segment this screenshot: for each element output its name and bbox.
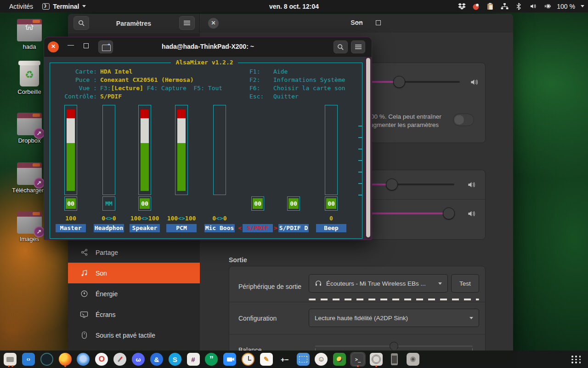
system-volume-handle[interactable] — [393, 76, 405, 88]
taskbar-app-web[interactable] — [112, 352, 128, 367]
taskbar-app-clock[interactable] — [240, 352, 256, 367]
mixer-control-s-pdif-d[interactable]: S/PDIF D — [278, 224, 309, 232]
scroll-tick — [358, 183, 362, 184]
maximize-button[interactable] — [84, 43, 89, 48]
mixer-control-beep[interactable]: Beep — [316, 224, 346, 232]
drop-indicator — [309, 299, 479, 300]
mixer-value: 100<>100 — [126, 215, 163, 222]
configuration-value: Lecture haute fidélité (A2DP Sink) — [315, 315, 408, 322]
taskbar-app-ampersand[interactable]: & — [149, 352, 164, 367]
mixer-bar-speaker[interactable] — [138, 105, 151, 195]
mixer-bar-headphon[interactable] — [102, 105, 115, 195]
mute-box-value: MM — [104, 198, 114, 209]
system-tray[interactable]: 100 % — [458, 0, 584, 12]
mixer-control-master[interactable]: Master — [56, 224, 86, 232]
mixer-control-pcm[interactable]: PCM — [166, 224, 197, 232]
sidebar-item-souris-et-pav-tactile[interactable]: Souris et pavé tactile — [68, 325, 200, 345]
mixer-mute-box: MM — [102, 196, 115, 211]
close-button[interactable]: ✕ — [48, 41, 59, 52]
terminal-body[interactable]: AlsaMixer v1.2.2 Carte:HDA IntelPuce :Co… — [44, 57, 372, 239]
terminal-menu-button[interactable] — [351, 40, 365, 53]
scrollbar-thumb[interactable] — [366, 58, 370, 237]
sidebar-item--crans[interactable]: Écrans — [68, 304, 200, 325]
display-icon — [80, 310, 88, 319]
search-icon — [337, 44, 344, 51]
app-volume-handle-2[interactable] — [443, 207, 455, 219]
app-menu[interactable]: Terminal — [42, 3, 86, 10]
speaker-app-icon — [407, 353, 419, 366]
alsamixer-fkey-desc: Aide — [273, 68, 288, 75]
bar-red-segment — [177, 109, 186, 118]
output-card: Périphérique de sortie Écouteurs - Mi Tr… — [229, 266, 486, 351]
taskbar-app-terminal[interactable]: >_ — [350, 352, 366, 367]
scroll-tick — [358, 137, 362, 138]
taskbar-app-vscode[interactable]: ‹› — [21, 352, 36, 367]
alsamixer-info-label: Vue : — [51, 85, 97, 92]
alsamixer-fkey: F1: — [249, 68, 269, 75]
configuration-label: Configuration — [238, 315, 277, 322]
calculator-icon: +− — [278, 353, 291, 366]
taskbar-app-phone[interactable] — [387, 352, 402, 367]
mixer-mute-box: 00 — [138, 196, 151, 211]
overamp-text-line2: ugmenter les paramètres — [370, 121, 439, 129]
battery-percent: 100 % — [557, 3, 575, 10]
alsamixer-fkey-desc: Choisir la carte son — [273, 85, 345, 92]
minimize-button[interactable]: — — [66, 41, 75, 48]
hangouts-icon: ” — [205, 353, 218, 366]
taskbar-app-hangouts[interactable]: ” — [204, 352, 219, 367]
app-grid-icon[interactable] — [571, 356, 582, 363]
mixer-control-headphon[interactable]: Headphon — [94, 224, 124, 232]
mixer-control-s-pdif[interactable]: S/PDIF — [243, 224, 273, 232]
sidebar-item-partage[interactable]: Partage — [68, 242, 200, 263]
taskbar-app-audio[interactable] — [368, 352, 384, 367]
terminal-icon — [42, 3, 50, 10]
settings-menu-button[interactable] — [179, 16, 195, 30]
terminal-search-button[interactable] — [334, 40, 348, 53]
settings-search-button[interactable] — [74, 16, 89, 30]
taskbar-app-speakerbox[interactable] — [405, 352, 421, 367]
new-tab-button[interactable] — [98, 40, 113, 53]
taskbar-app-zoom[interactable] — [222, 352, 237, 367]
mouse-icon — [80, 331, 88, 339]
slack-icon: # — [187, 353, 200, 366]
taskbar-app-screenshot[interactable] — [295, 352, 311, 367]
activities-button[interactable]: Activités — [6, 2, 36, 11]
bluetooth-icon — [514, 2, 523, 11]
sidebar-item--nergie[interactable]: Énergie — [68, 283, 200, 304]
taskbar-app-chromium[interactable] — [75, 352, 91, 367]
taskbar-app-opera[interactable]: O — [94, 352, 109, 367]
taskbar-app-game[interactable] — [332, 352, 347, 367]
test-button[interactable]: Test — [451, 274, 479, 293]
taskbar-app-slack[interactable]: # — [186, 352, 201, 367]
mixer-bar-beep[interactable] — [325, 105, 338, 195]
mixer-control-speaker[interactable]: Speaker — [130, 224, 160, 232]
terminal-scrollbar[interactable] — [365, 57, 372, 239]
sidebar-item-son[interactable]: Son — [68, 263, 200, 283]
app-volume-handle-1[interactable] — [386, 178, 398, 190]
mixer-bar-master[interactable] — [64, 105, 77, 195]
output-device-dropdown[interactable]: Écouteurs - Mi True Wireless EBs ... — [309, 274, 448, 293]
mixer-mute-box: 00 — [251, 196, 264, 211]
overamp-toggle[interactable] — [453, 114, 474, 126]
taskbar-app-files[interactable] — [2, 352, 18, 367]
taskbar-app-firefox[interactable] — [57, 352, 73, 367]
mixer-control-mic-boos[interactable]: Mic Boos — [204, 224, 235, 232]
mixer-bar-pcm[interactable] — [175, 105, 188, 195]
audio-app-icon — [370, 353, 383, 366]
taskbar-app-discord[interactable]: ω — [130, 352, 146, 367]
game-icon — [333, 353, 346, 366]
sidebar-item-label: Partage — [96, 249, 118, 256]
taskbar-app-mumble[interactable] — [39, 352, 55, 367]
taskbar-app-calculator[interactable]: +− — [277, 352, 293, 367]
taskbar: ‹›Oω&S#”✎+−☺>_ — [0, 351, 588, 368]
chevron-down-icon — [82, 5, 86, 7]
alsamixer-fkey: F6: — [249, 85, 269, 92]
taskbar-app-skype[interactable]: S — [167, 352, 183, 367]
balance-handle[interactable] — [390, 342, 398, 351]
taskbar-app-smiley[interactable]: ☺ — [313, 352, 329, 367]
mute-box-value: 00 — [140, 198, 150, 209]
alsamixer-info-label: Puce : — [51, 76, 97, 83]
taskbar-app-notes[interactable]: ✎ — [259, 352, 274, 367]
configuration-dropdown[interactable]: Lecture haute fidélité (A2DP Sink) — [309, 309, 479, 327]
mixer-bar-mic-boos[interactable] — [213, 105, 226, 195]
